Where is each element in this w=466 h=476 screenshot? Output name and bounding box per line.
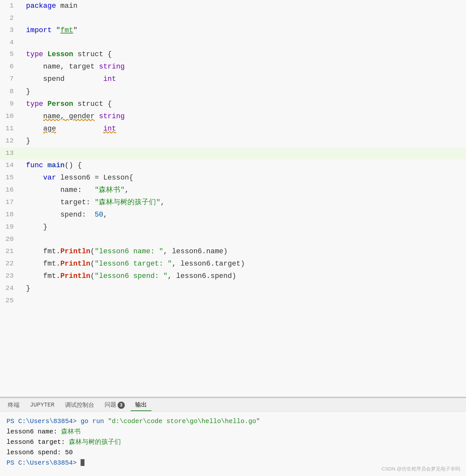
- line-content: type Person struct {: [19, 98, 466, 110]
- line-number: 16: [0, 184, 19, 196]
- terminal-tab-output[interactable]: 输出: [131, 399, 151, 411]
- line-content: [19, 37, 466, 49]
- line-number: 19: [0, 221, 19, 233]
- line-number: 7: [0, 73, 19, 85]
- line-content: name: "森林书",: [19, 184, 466, 196]
- line-content: }: [19, 282, 466, 295]
- line-content: fmt.Println("lesson6 spend: ", lesson6.s…: [19, 270, 466, 282]
- terminal-tab-debug[interactable]: 调试控制台: [60, 399, 99, 411]
- line-content: target: "森林与树的孩子们",: [19, 196, 466, 209]
- line-content: spend int: [19, 73, 466, 85]
- code-line: 4: [0, 37, 466, 49]
- code-line: 7 spend int: [0, 73, 466, 85]
- line-number: 15: [0, 172, 19, 184]
- code-line: 1package main: [0, 0, 466, 12]
- line-number: 9: [0, 98, 19, 110]
- line-content: fmt.Println("lesson6 name: ", lesson6.na…: [19, 245, 466, 258]
- line-number: 22: [0, 258, 19, 270]
- line-number: 14: [0, 159, 19, 172]
- line-number: 13: [0, 147, 19, 159]
- line-content: import "fmt": [19, 24, 466, 37]
- line-number: 24: [0, 282, 19, 295]
- code-line: 18 spend: 50,: [0, 209, 466, 221]
- line-number: 5: [0, 48, 19, 61]
- line-number: 17: [0, 196, 19, 209]
- line-content: }: [19, 135, 466, 147]
- terminal-line: lesson6 target: 森林与树的孩子们: [6, 437, 460, 447]
- code-line: 13: [0, 147, 466, 159]
- code-line: 24}: [0, 282, 466, 295]
- code-line: 19 }: [0, 221, 466, 233]
- line-number: 18: [0, 209, 19, 221]
- code-line: 22 fmt.Println("lesson6 target: ", lesso…: [0, 258, 466, 270]
- code-line: 8}: [0, 86, 466, 98]
- line-content: [19, 295, 466, 307]
- line-content: [19, 12, 466, 24]
- code-line: 5type Lesson struct {: [0, 48, 466, 61]
- terminal-tab-terminal[interactable]: 终端: [3, 399, 24, 411]
- code-line: 25: [0, 295, 466, 307]
- tab-badge-problems: 3: [118, 402, 125, 409]
- line-number: 21: [0, 245, 19, 258]
- code-line: 15 var lesson6 = Lesson{: [0, 172, 466, 184]
- code-line: 6 name, target string: [0, 61, 466, 73]
- line-content: }: [19, 86, 466, 98]
- line-number: 3: [0, 24, 19, 37]
- terminal-tab-problems[interactable]: 问题3: [100, 399, 129, 411]
- code-line: 11 age int: [0, 123, 466, 135]
- line-content: age int: [19, 123, 466, 135]
- line-number: 6: [0, 61, 19, 73]
- terminal-tab-jupyter[interactable]: JUPYTER: [25, 400, 59, 410]
- code-line: 17 target: "森林与树的孩子们",: [0, 196, 466, 209]
- watermark: CSDN @仿生程序员会梦见电子羊吗: [382, 466, 460, 472]
- terminal-panel: 终端JUPYTER调试控制台问题3输出 PS C:\Users\83854> g…: [0, 398, 466, 476]
- line-content: type Lesson struct {: [19, 48, 466, 61]
- line-number: 10: [0, 110, 19, 123]
- editor-area: 1package main23import "fmt"45type Lesson…: [0, 0, 466, 397]
- line-number: 11: [0, 123, 19, 135]
- code-line: 10 name, gender string: [0, 110, 466, 123]
- terminal-line: lesson6 spend: 50: [6, 447, 460, 458]
- terminal-line: PS C:\Users\83854> go run "d:\coder\code…: [6, 416, 460, 427]
- code-line: 12}: [0, 135, 466, 147]
- code-line: 3import "fmt": [0, 24, 466, 37]
- line-content: func main() {: [19, 159, 466, 172]
- code-line: 21 fmt.Println("lesson6 name: ", lesson6…: [0, 245, 466, 258]
- terminal-tabs: 终端JUPYTER调试控制台问题3输出: [0, 398, 466, 412]
- terminal-line: lesson6 name: 森林书: [6, 427, 460, 437]
- line-content: name, gender string: [19, 110, 466, 123]
- code-line: 23 fmt.Println("lesson6 spend: ", lesson…: [0, 270, 466, 282]
- code-line: 20: [0, 233, 466, 245]
- line-content: [19, 233, 466, 245]
- terminal-content: PS C:\Users\83854> go run "d:\coder\code…: [0, 412, 466, 473]
- line-content: spend: 50,: [19, 209, 466, 221]
- line-number: 8: [0, 86, 19, 98]
- code-line: 14func main() {: [0, 159, 466, 172]
- line-content: }: [19, 221, 466, 233]
- line-number: 1: [0, 0, 19, 12]
- code-line: 2: [0, 12, 466, 24]
- line-content: package main: [19, 0, 466, 12]
- line-number: 20: [0, 233, 19, 245]
- line-content: [19, 147, 466, 159]
- line-number: 2: [0, 12, 19, 24]
- code-line: 9type Person struct {: [0, 98, 466, 110]
- line-number: 4: [0, 37, 19, 49]
- line-number: 23: [0, 270, 19, 282]
- line-number: 25: [0, 295, 19, 307]
- line-content: var lesson6 = Lesson{: [19, 172, 466, 184]
- line-content: fmt.Println("lesson6 target: ", lesson6.…: [19, 258, 466, 270]
- code-line: 16 name: "森林书",: [0, 184, 466, 196]
- line-number: 12: [0, 135, 19, 147]
- code-block: 1package main23import "fmt"45type Lesson…: [0, 0, 466, 307]
- line-content: name, target string: [19, 61, 466, 73]
